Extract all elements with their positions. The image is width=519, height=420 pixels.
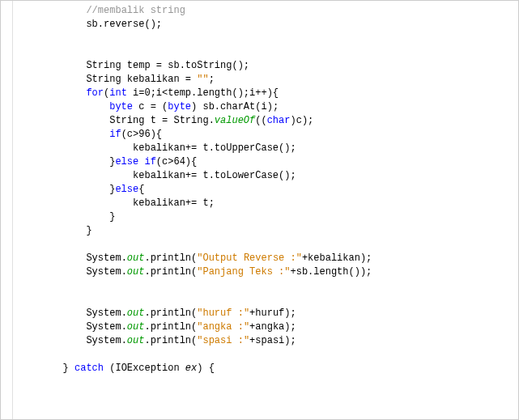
- token-plain: i=0;i<temp.length();i++){: [127, 87, 279, 99]
- code-line: kebalikan+= t.toUpperCase();: [16, 142, 518, 155]
- token-static: out: [127, 308, 145, 319]
- code-line: String temp = sb.toString();: [16, 59, 518, 73]
- token-keyword: char: [267, 115, 291, 126]
- code-line: for(int i=0;i<temp.length();i++){: [16, 87, 518, 100]
- code-line: System.out.println("huruf :"+huruf);: [16, 307, 518, 320]
- token-plain: System.: [86, 308, 126, 319]
- code-line: }else{: [16, 183, 518, 197]
- code-line: sb.reverse();: [16, 18, 518, 32]
- token-plain: .println(: [144, 252, 197, 264]
- token-string: "huruf :": [197, 308, 249, 319]
- token-keyword: else: [115, 184, 138, 195]
- token-plain: +angka);: [249, 321, 296, 333]
- token-static: out: [127, 266, 145, 278]
- token-plain: .println(: [144, 321, 197, 333]
- token-plain: ) {: [197, 363, 215, 374]
- code-editor: //membalik string sb.reverse(); String t…: [0, 0, 519, 420]
- code-line: [16, 293, 518, 307]
- token-plain: ) sb.charAt(i);: [191, 101, 279, 112]
- token-keyword: for: [86, 87, 104, 99]
- code-line: [16, 238, 518, 252]
- token-plain: .println(: [144, 266, 197, 278]
- token-plain: (c>96){: [121, 129, 162, 140]
- token-plain: )c);: [290, 115, 313, 126]
- token-plain: ;: [209, 74, 215, 85]
- token-plain: +sb.length());: [290, 266, 372, 278]
- token-plain: }: [63, 363, 74, 374]
- token-string: "": [197, 74, 208, 85]
- token-comment: //membalik string: [86, 5, 185, 16]
- token-plain: System.: [86, 252, 126, 264]
- code-line: System.out.println("Output Reverse :"+ke…: [16, 252, 518, 265]
- token-plain: c = (: [133, 101, 168, 112]
- token-string: "Panjang Teks :": [197, 266, 290, 278]
- code-line: } catch (IOException ex) {: [16, 362, 518, 375]
- code-line: [16, 279, 518, 293]
- token-plain: String t = String.: [109, 115, 215, 126]
- token-plain: }: [86, 225, 91, 236]
- token-string: "spasi :": [197, 335, 249, 346]
- code-line: [16, 348, 518, 362]
- token-keyword: byte: [168, 101, 191, 112]
- token-plain: +spasi);: [249, 335, 296, 346]
- token-plain: .println(: [144, 308, 197, 319]
- token-string: "angka :": [197, 321, 249, 333]
- token-keyword: byte: [109, 101, 133, 112]
- token-plain: kebalikan+= t.toLowerCase();: [133, 170, 296, 181]
- code-line: }else if(c>64){: [16, 155, 518, 169]
- token-plain: ((: [255, 115, 266, 126]
- token-plain: System.: [86, 266, 126, 278]
- code-line: kebalikan+= t;: [16, 197, 518, 210]
- token-keyword: if: [109, 129, 121, 140]
- token-plain: System.: [86, 335, 126, 346]
- code-line: [16, 45, 518, 59]
- code-line: byte c = (byte) sb.charAt(i);: [16, 100, 518, 114]
- token-plain: kebalikan+= t.toUpperCase();: [133, 142, 296, 154]
- token-static: out: [127, 321, 145, 333]
- code-line: kebalikan+= t.toLowerCase();: [16, 169, 518, 183]
- token-static: out: [127, 252, 145, 264]
- token-plain: System.: [86, 321, 126, 333]
- token-static: valueOf: [215, 115, 255, 126]
- code-line: }: [16, 224, 518, 238]
- token-plain: (IOException: [104, 363, 185, 374]
- token-keyword: else if: [115, 156, 155, 168]
- token-plain: {: [138, 184, 144, 195]
- code-line: System.out.println("spasi :"+spasi);: [16, 334, 518, 348]
- token-plain: .println(: [144, 335, 197, 346]
- token-plain: kebalikan+= t;: [133, 197, 215, 209]
- token-plain: String kebalikan =: [86, 74, 197, 85]
- code-line: if(c>96){: [16, 128, 518, 142]
- token-static: out: [127, 335, 145, 346]
- token-plain: (c>64){: [156, 156, 197, 168]
- token-plain: +kebalikan);: [302, 252, 372, 264]
- code-area[interactable]: //membalik string sb.reverse(); String t…: [13, 1, 518, 419]
- token-method: ex: [185, 363, 197, 374]
- code-line: String t = String.valueOf((char)c);: [16, 114, 518, 128]
- code-line: [16, 32, 518, 45]
- code-line: }: [16, 210, 518, 224]
- token-plain: }: [109, 211, 115, 223]
- editor-gutter: [1, 1, 13, 419]
- code-line: System.out.println("Panjang Teks :"+sb.l…: [16, 265, 518, 279]
- token-string: "Output Reverse :": [197, 252, 302, 264]
- token-keyword: catch: [74, 363, 104, 374]
- token-plain: +huruf);: [249, 308, 296, 319]
- code-line: System.out.println("angka :"+angka);: [16, 320, 518, 334]
- code-line: //membalik string: [16, 4, 518, 18]
- code-line: String kebalikan = "";: [16, 73, 518, 87]
- token-plain: String temp = sb.toString();: [86, 60, 249, 71]
- token-keyword: int: [109, 87, 127, 99]
- token-plain: sb.reverse();: [86, 19, 162, 30]
